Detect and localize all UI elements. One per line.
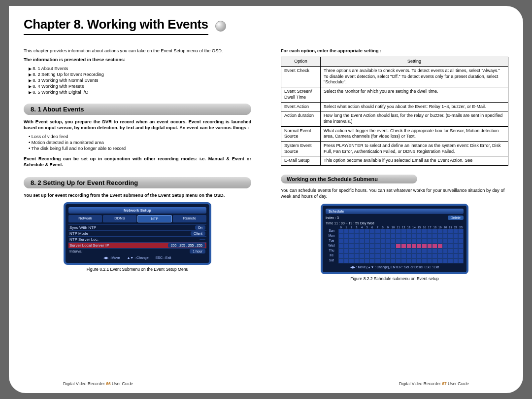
schedule-cell (406, 249, 412, 254)
schedule-cell (453, 234, 459, 239)
schedule-cell (411, 239, 417, 244)
chapter-title: Chapter 8. Working with Events (24, 17, 208, 32)
fig1-row: Interval1 hour (68, 248, 206, 254)
toc-list: 8. 1 About Events8. 2 Setting Up for Eve… (29, 66, 251, 95)
schedule-cell (453, 249, 459, 254)
schedule-cell (443, 239, 448, 244)
schedule-cell (411, 249, 417, 254)
schedule-cell (369, 249, 375, 254)
table-row: Event Screen/ Dwell TimeSelect the Monit… (281, 87, 508, 102)
schedule-cell (453, 258, 459, 263)
schedule-cell (432, 229, 437, 234)
schedule-cell (422, 244, 427, 249)
toc-item: 8. 1 About Events (29, 66, 251, 71)
schedule-cell (448, 244, 453, 249)
schedule-cell (349, 249, 354, 254)
schedule-cell (427, 249, 432, 254)
schedule-cell (354, 254, 360, 258)
figure-8-2-1: Network Setup NetworkDDNSNTPRemote Sync … (64, 202, 211, 265)
th-option: Option (281, 57, 321, 67)
schedule-cell (406, 229, 412, 234)
schedule-cell (344, 229, 349, 234)
table-row: Action durationHow long the Event Action… (281, 111, 508, 126)
schedule-cell (406, 234, 412, 239)
schedule-cell (380, 254, 386, 258)
schedule-cell (401, 239, 406, 244)
schedule-cell (365, 239, 370, 244)
fig2-title: Schedule (326, 209, 464, 214)
schedule-cell (385, 254, 391, 258)
schedule-cell (391, 258, 396, 263)
schedule-cell (411, 229, 417, 234)
chapter-header: Chapter 8. Working with Events (24, 17, 508, 35)
schedule-cell (369, 244, 375, 249)
th-setting: Setting (321, 57, 508, 67)
intro-paragraph: This chapter provides information about … (24, 48, 251, 54)
schedule-cell (365, 254, 370, 258)
schedule-cell (380, 234, 386, 239)
fig1-tab: NTP (137, 215, 172, 222)
schedule-cell (354, 244, 360, 249)
schedule-cell (369, 239, 375, 244)
schedule-cell (385, 229, 391, 234)
fig1-row: NTP ModeClient (68, 230, 206, 236)
schedule-cell (458, 229, 464, 234)
sections-label: The information is presented in these se… (24, 57, 251, 63)
schedule-cell (359, 229, 365, 234)
schedule-cell (448, 229, 453, 234)
schedule-cell (365, 244, 370, 249)
schedule-cell (354, 229, 360, 234)
schedule-cell (443, 244, 448, 249)
footer-left: Digital Video Recorder 66 User Guide (63, 381, 133, 386)
right-column: For each option, enter the appropriate s… (281, 45, 508, 381)
toc-item: 8. 3 Working with Normal Events (29, 78, 251, 83)
schedule-cell (391, 249, 396, 254)
footer-right: Digital Video Recorder 67 User Guide (399, 381, 469, 386)
table-row: Normal Event SourceWhat action will trig… (281, 126, 508, 141)
schedule-cell (380, 229, 386, 234)
schedule-cell (422, 234, 427, 239)
fig1-row: Server Local Server IP255 . 255 . 255 . … (68, 242, 206, 248)
schedule-cell (453, 239, 459, 244)
schedule-cell (349, 244, 354, 249)
fig2-caption: Figure 8.2.2 Schedule submenu on Event s… (281, 276, 508, 281)
schedule-subhead: Working on the Schedule Submenu (281, 175, 417, 183)
schedule-cell (396, 234, 401, 239)
schedule-cell (338, 258, 344, 263)
schedule-cell (437, 258, 443, 263)
fig1-rows: Sync With NTPOnNTP ModeClientNTP Server … (68, 224, 206, 254)
toc-item: 8. 4 Working with Presets (29, 84, 251, 89)
schedule-cell (432, 249, 437, 254)
schedule-cell (453, 229, 459, 234)
schedule-cell (369, 229, 375, 234)
schedule-cell (411, 234, 417, 239)
schedule-cell (338, 249, 344, 254)
schedule-cell (385, 249, 391, 254)
schedule-cell (338, 229, 344, 234)
schedule-cell (349, 234, 354, 239)
schedule-cell (375, 229, 380, 234)
schedule-cell (344, 244, 349, 249)
schedule-cell (369, 234, 375, 239)
schedule-cell (385, 239, 391, 244)
schedule-cell (344, 249, 349, 254)
schedule-cell (344, 239, 349, 244)
schedule-cell (385, 244, 391, 249)
schedule-cell (427, 239, 432, 244)
schedule-cell (437, 244, 443, 249)
schedule-cell (391, 234, 396, 239)
schedule-cell (385, 234, 391, 239)
schedule-cell (453, 254, 459, 258)
schedule-cell (396, 258, 401, 263)
schedule-cell (380, 244, 386, 249)
schedule-cell (369, 254, 375, 258)
schedule-cell (401, 234, 406, 239)
schedule-cell (458, 239, 464, 244)
section-8-2-header: 8. 2 Setting Up for Event Recording (24, 177, 251, 188)
schedule-cell (375, 244, 380, 249)
title-underline (24, 34, 208, 35)
schedule-cell (354, 239, 360, 244)
fig1-row: NTP Server Loc. (68, 236, 206, 242)
fig1-caption: Figure 8.2.1 Event Submenu on the Event … (24, 267, 251, 272)
decorative-sphere-icon (215, 21, 226, 32)
